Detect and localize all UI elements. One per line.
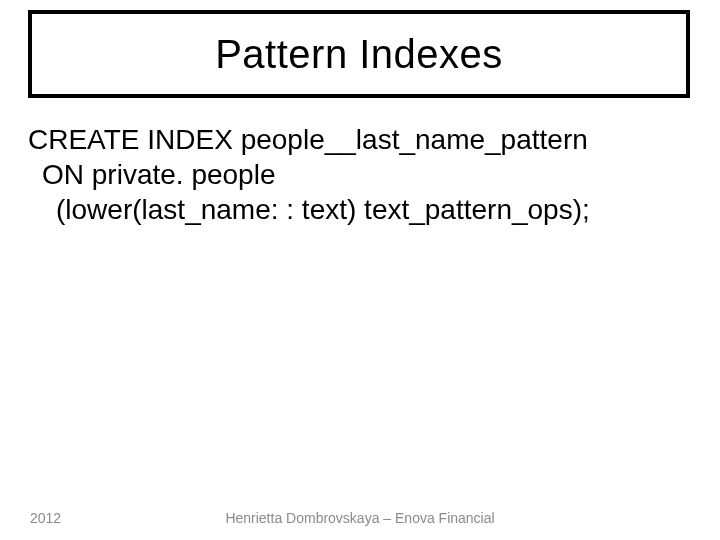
code-line-1: CREATE INDEX people__last_name_pattern	[28, 122, 692, 157]
footer: 2012 Henrietta Dombrovskaya – Enova Fina…	[0, 506, 720, 526]
slide: Pattern Indexes CREATE INDEX people__las…	[0, 0, 720, 540]
slide-body: CREATE INDEX people__last_name_pattern O…	[28, 122, 692, 227]
footer-credit: Henrietta Dombrovskaya – Enova Financial	[0, 510, 720, 526]
code-line-3: (lower(last_name: : text) text_pattern_o…	[28, 192, 692, 227]
code-line-2: ON private. people	[28, 157, 692, 192]
slide-title: Pattern Indexes	[215, 32, 503, 77]
title-box: Pattern Indexes	[28, 10, 690, 98]
